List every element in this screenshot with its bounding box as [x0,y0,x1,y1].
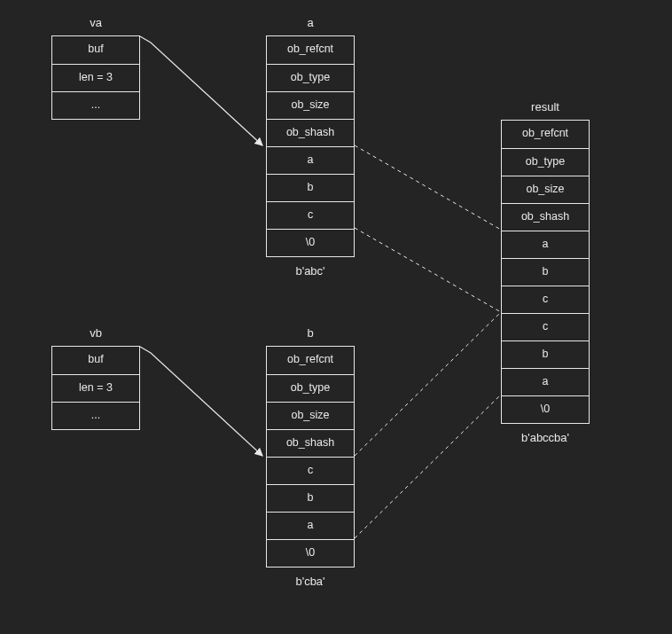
struct-b: ob_refcnt ob_type ob_size ob_shash c b a… [266,346,355,567]
dashed-b-bottom [355,395,501,538]
result-cell: ob_refcnt [502,121,589,148]
vb-cell: buf [52,347,139,374]
va-cell: ... [52,91,139,119]
dashed-a-bottom [355,228,501,312]
b-label: b [266,326,355,340]
result-cell: b [502,340,589,368]
result-cell: a [502,231,589,258]
a-cell: ob_shash [267,119,354,146]
struct-va: buf len = 3 ... [51,35,140,120]
b-cell: ob_shash [267,429,354,457]
result-cell: c [502,313,589,340]
result-label: result [501,100,590,113]
arrow-vb-to-b [140,347,262,456]
result-cell: ob_type [502,148,589,176]
a-cell: ob_size [267,91,354,119]
struct-result: ob_refcnt ob_type ob_size ob_shash a b c… [501,120,590,424]
a-caption: b'abc' [266,264,355,278]
dashed-a-top [355,145,501,230]
result-cell: ob_size [502,176,589,203]
b-caption: b'cba' [266,575,355,588]
a-cell: c [267,201,354,229]
vb-label: vb [51,326,140,340]
dashed-b-top [355,312,501,456]
result-cell: c [502,286,589,313]
vb-cell: len = 3 [52,374,139,402]
b-cell: \0 [267,539,354,567]
b-cell: c [267,457,354,484]
b-cell: ob_size [267,402,354,429]
arrow-va-to-a [140,36,262,145]
result-cell: b [502,258,589,286]
va-cell: buf [52,36,139,64]
struct-vb: buf len = 3 ... [51,346,140,430]
result-cell: \0 [502,395,589,423]
result-cell: a [502,368,589,395]
vb-cell: ... [52,402,139,429]
struct-a: ob_refcnt ob_type ob_size ob_shash a b c… [266,35,355,257]
b-cell: ob_type [267,374,354,402]
a-cell: a [267,146,354,174]
b-cell: a [267,512,354,539]
a-cell: b [267,174,354,201]
a-cell: ob_refcnt [267,36,354,64]
a-cell: ob_type [267,64,354,91]
result-caption: b'abccba' [501,431,590,444]
b-cell: b [267,484,354,512]
b-cell: ob_refcnt [267,347,354,374]
va-label: va [51,16,140,29]
result-cell: ob_shash [502,203,589,231]
a-cell: \0 [267,229,354,256]
a-label: a [266,16,355,29]
va-cell: len = 3 [52,64,139,91]
